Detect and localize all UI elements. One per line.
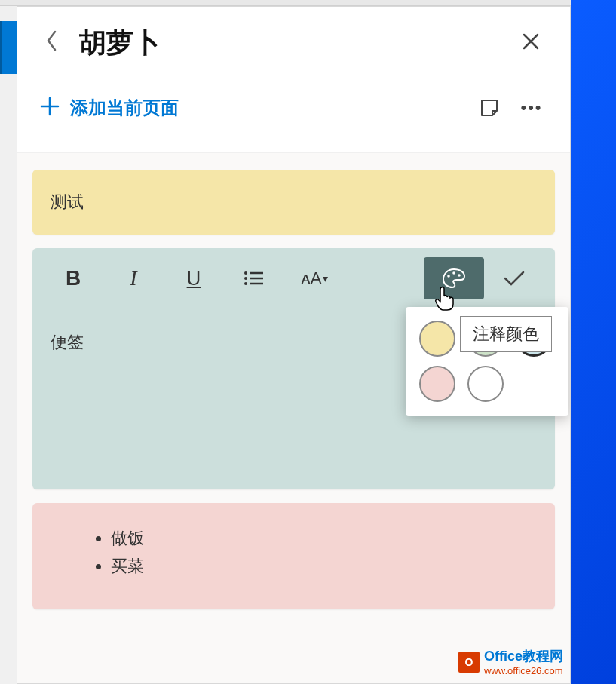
collection-title: 胡萝卜 <box>79 25 499 62</box>
svg-point-2 <box>244 277 247 280</box>
desktop-background <box>571 0 616 684</box>
list-button[interactable] <box>224 257 284 299</box>
action-row: 添加当前页面 ••• <box>17 71 570 152</box>
svg-point-4 <box>244 282 247 285</box>
edge-sidebar-tab[interactable] <box>0 21 17 74</box>
notes-container: 测试 B I U ᴀA ▾ <box>17 152 570 683</box>
note-card-teal-editing[interactable]: B I U ᴀA ▾ 注 <box>32 248 555 489</box>
watermark-brand: Office教程网 <box>484 647 563 665</box>
font-size-button[interactable]: ᴀA ▾ <box>284 257 345 299</box>
color-option-white[interactable] <box>467 366 504 402</box>
note-bullet-list: 做饭 买菜 <box>51 524 537 581</box>
cursor-pointer-icon <box>434 286 455 317</box>
color-option-pink[interactable] <box>419 366 455 402</box>
svg-point-7 <box>452 271 455 275</box>
color-tooltip: 注释颜色 <box>460 316 552 352</box>
watermark-url: www.office26.com <box>484 665 563 676</box>
collections-panel: 胡萝卜 添加当前页面 ••• 测试 B I U <box>17 6 571 684</box>
window-chrome-top <box>0 0 571 6</box>
add-page-button[interactable]: 添加当前页面 <box>70 96 463 120</box>
more-icon: ••• <box>520 98 542 118</box>
add-page-icon[interactable] <box>40 97 60 120</box>
color-option-yellow[interactable] <box>419 321 455 357</box>
note-text: 测试 <box>51 192 84 211</box>
note-card-pink[interactable]: 做饭 买菜 <box>32 503 555 609</box>
svg-point-8 <box>458 274 461 277</box>
close-button[interactable] <box>514 29 547 59</box>
watermark: O Office教程网 www.office26.com <box>458 647 563 676</box>
svg-point-0 <box>244 271 247 275</box>
add-note-button[interactable] <box>473 92 505 124</box>
panel-header: 胡萝卜 <box>17 7 570 71</box>
note-format-toolbar: B I U ᴀA ▾ <box>32 248 555 308</box>
list-item: 买菜 <box>111 552 537 580</box>
note-card-yellow[interactable]: 测试 <box>32 170 555 235</box>
back-button[interactable] <box>40 27 64 60</box>
confirm-button[interactable] <box>484 257 544 299</box>
chevron-down-icon: ▾ <box>323 272 328 284</box>
italic-button[interactable]: I <box>103 257 164 299</box>
font-size-label: ᴀA <box>301 268 322 288</box>
svg-point-6 <box>447 275 450 278</box>
bold-button[interactable]: B <box>43 257 103 299</box>
list-item: 做饭 <box>111 524 537 552</box>
more-options-button[interactable]: ••• <box>516 92 547 124</box>
watermark-logo-icon: O <box>458 652 480 673</box>
underline-button[interactable]: U <box>164 257 224 299</box>
